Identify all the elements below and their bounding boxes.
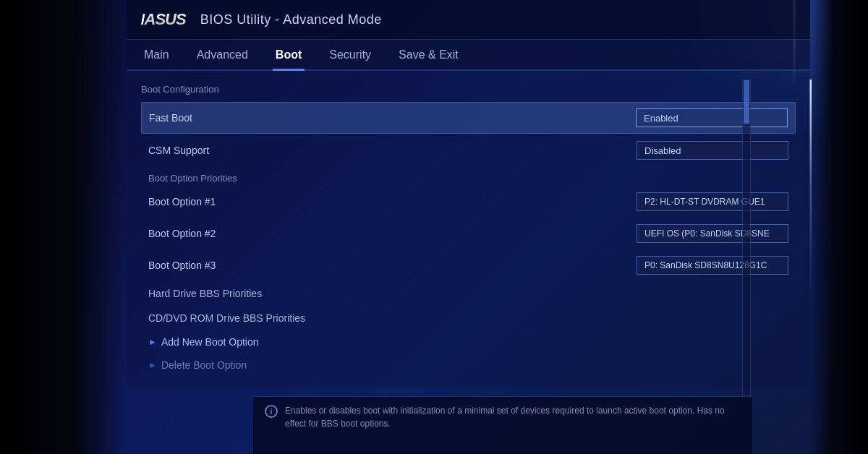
header-bar: /ASUS BIOS Utility - Advanced Mode (127, 0, 810, 40)
bios-title: BIOS Utility - Advanced Mode (200, 12, 382, 27)
boot-option-3-row[interactable]: Boot Option #3 P0: SanDisk SD8SN8U128G1C (141, 250, 796, 280)
csm-support-value[interactable]: Disabled (637, 141, 788, 160)
csm-support-label: CSM Support (148, 145, 637, 156)
info-icon: i (265, 405, 278, 418)
asus-logo: /ASUS (141, 10, 186, 29)
boot-option-3-label: Boot Option #3 (148, 260, 637, 271)
tab-save-exit[interactable]: Save & Exit (396, 40, 461, 71)
delete-boot-arrow-icon: ► (148, 360, 157, 370)
hdd-bbs-label: Hard Drive BBS Priorities (148, 288, 788, 299)
boot-option-1-row[interactable]: Boot Option #1 P2: HL-DT-ST DVDRAM GUE1 (141, 187, 796, 217)
tab-boot[interactable]: Boot (273, 40, 305, 71)
fast-boot-value[interactable]: Enabled (636, 108, 788, 127)
add-boot-row[interactable]: ► Add New Boot Option (141, 331, 796, 353)
tab-security[interactable]: Security (326, 40, 374, 71)
add-boot-arrow-icon: ► (148, 337, 157, 347)
bios-content-area: /ASUS BIOS Utility - Advanced Mode Main … (127, 0, 810, 454)
add-boot-label: Add New Boot Option (161, 336, 788, 348)
right-vignette (810, 0, 868, 454)
boot-priorities-section-title: Boot Option Priorities (141, 167, 796, 187)
cddvd-bbs-label: CD/DVD ROM Drive BBS Priorities (148, 312, 788, 324)
left-vignette (0, 0, 127, 454)
csm-support-row[interactable]: CSM Support Disabled (141, 135, 796, 166)
boot-option-1-value[interactable]: P2: HL-DT-ST DVDRAM GUE1 (637, 192, 788, 211)
cddvd-bbs-row[interactable]: CD/DVD ROM Drive BBS Priorities (141, 307, 796, 330)
boot-option-1-label: Boot Option #1 (148, 196, 637, 207)
nav-tabs-container: Main Advanced Boot Security Save & Exit (127, 40, 810, 71)
boot-option-2-label: Boot Option #2 (148, 228, 637, 239)
hdd-bbs-row[interactable]: Hard Drive BBS Priorities (141, 282, 796, 305)
boot-option-2-value[interactable]: UEFI OS (P0: SanDisk SD8SNE (637, 224, 788, 243)
boot-config-section-title: Boot Configuration (141, 84, 796, 95)
tab-advanced[interactable]: Advanced (194, 40, 251, 71)
main-content: Boot Configuration Fast Boot Enabled CSM… (127, 71, 810, 387)
scrollbar[interactable] (742, 80, 751, 396)
delete-boot-label: Delete Boot Option (161, 359, 788, 371)
tab-main[interactable]: Main (141, 40, 172, 71)
fast-boot-row[interactable]: Fast Boot Enabled (141, 102, 796, 134)
scrollbar-thumb[interactable] (744, 80, 749, 124)
boot-option-3-value[interactable]: P0: SanDisk SD8SN8U128G1C (637, 256, 788, 275)
boot-option-2-row[interactable]: Boot Option #2 UEFI OS (P0: SanDisk SD8S… (141, 218, 796, 249)
info-text: Enables or disables boot with initializa… (285, 404, 741, 430)
fast-boot-label: Fast Boot (149, 112, 636, 124)
bottom-info-bar: i Enables or disables boot with initiali… (253, 396, 752, 454)
delete-boot-row[interactable]: ► Delete Boot Option (141, 354, 796, 376)
